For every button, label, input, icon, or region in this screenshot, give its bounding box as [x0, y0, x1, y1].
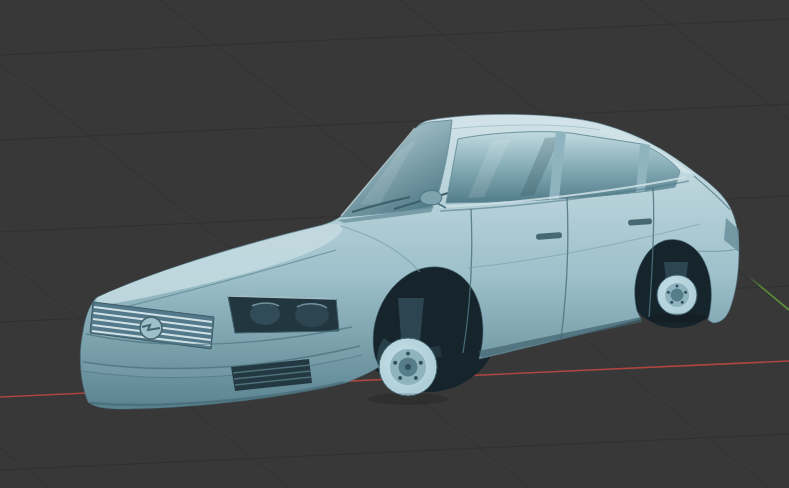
front-wheel-shadow [368, 393, 448, 405]
headlight [228, 296, 339, 333]
hub-cap [405, 364, 411, 370]
wheel-bolt [414, 376, 418, 380]
wheel-bolt [667, 291, 670, 294]
wheel-bolt [684, 291, 687, 294]
wheel-bolt [681, 301, 684, 304]
viewport-canvas[interactable] [0, 0, 789, 488]
rear-brake-disc [657, 275, 697, 315]
mirror-housing [420, 190, 442, 204]
wheel-bolt [419, 361, 423, 365]
wheel-bolt [676, 285, 679, 288]
wheel-bolt [398, 376, 402, 380]
wheel-bolt [406, 352, 410, 356]
wheel-bolt [670, 301, 673, 304]
wheel-bolt [393, 361, 397, 365]
wheel-hub [671, 289, 684, 302]
viewport[interactable] [0, 0, 789, 488]
rear-wheel-shadow [647, 313, 707, 323]
headlight-lens-inner [250, 303, 280, 325]
